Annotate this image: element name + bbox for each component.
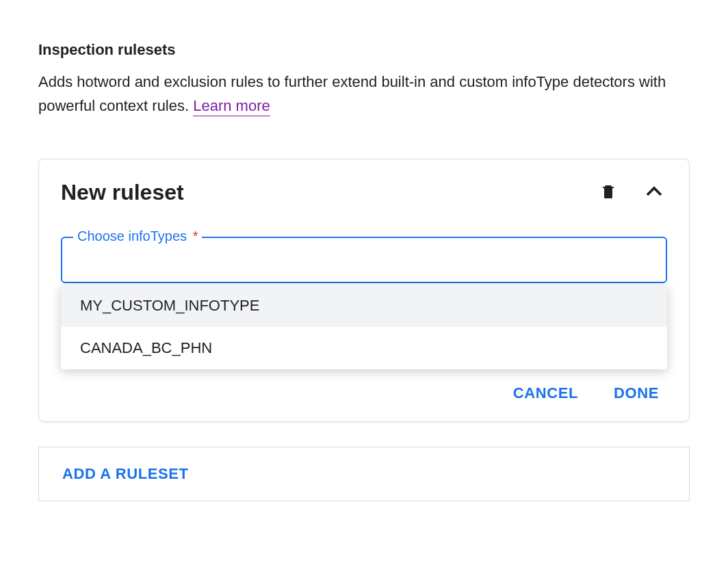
add-ruleset-box: ADD A RULESET (38, 447, 690, 501)
section-description: Adds hotword and exclusion rules to furt… (38, 70, 690, 118)
section-title: Inspection rulesets (38, 41, 690, 59)
field-label: Choose infoTypes * (73, 228, 202, 244)
card-actions: CANCEL DONE (61, 384, 667, 402)
cancel-button[interactable]: CANCEL (513, 384, 578, 402)
trash-icon (600, 182, 616, 203)
add-ruleset-button[interactable]: ADD A RULESET (62, 465, 189, 483)
card-header-actions (597, 179, 667, 207)
dropdown-option[interactable]: MY_CUSTOM_INFOTYPE (61, 285, 667, 327)
infotype-dropdown-panel: MY_CUSTOM_INFOTYPE CANADA_BC_PHN (61, 285, 667, 369)
required-marker: * (193, 228, 198, 243)
done-button[interactable]: DONE (614, 384, 659, 402)
card-title: New ruleset (61, 180, 184, 205)
learn-more-link[interactable]: Learn more (193, 97, 270, 116)
infotype-field-container: Choose infoTypes * MY_CUSTOM_INFOTYPE CA… (61, 237, 667, 283)
collapse-button[interactable] (641, 179, 667, 207)
delete-button[interactable] (597, 179, 619, 206)
choose-infotypes-input[interactable]: Choose infoTypes * (61, 237, 667, 283)
dropdown-option[interactable]: CANADA_BC_PHN (61, 327, 667, 369)
field-label-text: Choose infoTypes (77, 228, 187, 243)
description-text: Adds hotword and exclusion rules to furt… (38, 73, 666, 114)
ruleset-card: New ruleset Choose infoTypes * MY_CUSTOM… (38, 159, 690, 422)
chevron-up-icon (644, 181, 664, 204)
card-header: New ruleset (61, 179, 667, 207)
